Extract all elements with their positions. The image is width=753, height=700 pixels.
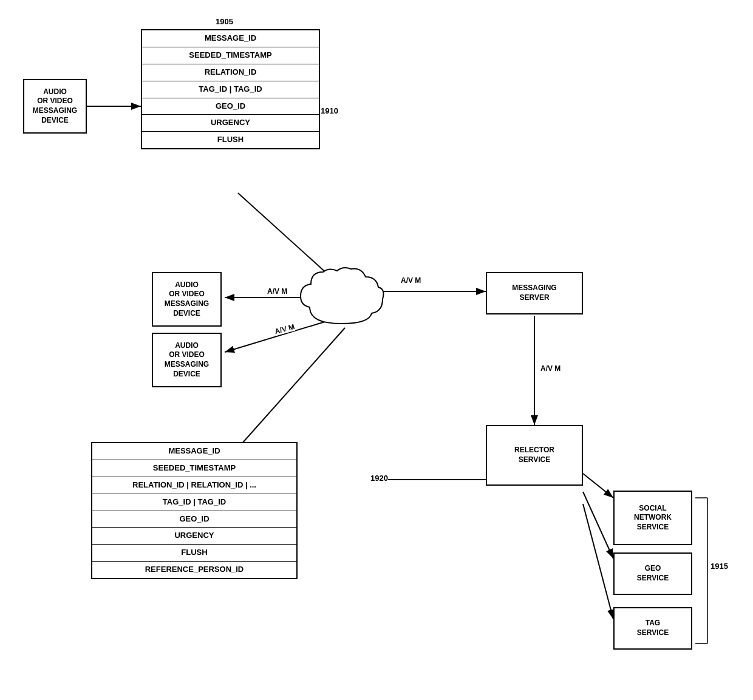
tag-service: TAGSERVICE [613,607,692,650]
avm-label-1: A/V M [267,287,287,296]
arrows-svg [0,0,753,700]
ref-1915-label: 1915 [710,562,728,571]
table-1905: MESSAGE_ID SEEDED_TIMESTAMP RELATION_ID … [141,29,320,149]
table-1920-row-5: GEO_ID [92,511,296,528]
avm-label-4: A/V M [540,364,560,373]
ref-1910-label: 1910 [321,106,338,115]
relector-service: RELECTORSERVICE [486,425,583,486]
svg-line-9 [237,328,345,449]
table-1905-row-7: FLUSH [142,132,319,148]
social-network-service: SOCIALNETWORKSERVICE [613,491,692,545]
audio-device-1: AUDIOOR VIDEOMESSAGINGDEVICE [23,79,87,134]
table-1905-row-5: GEO_ID [142,98,319,115]
table-1920: MESSAGE_ID SEEDED_TIMESTAMP RELATION_ID … [91,442,298,579]
diagram: 1905 1910 1920 1915 AUDIOOR VIDEOMESSAGI… [0,0,753,700]
svg-line-12 [583,504,613,619]
table-1905-row-4: TAG_ID | TAG_ID [142,81,319,98]
table-1905-row-2: SEEDED_TIMESTAMP [142,47,319,64]
svg-line-11 [583,492,613,559]
ref-1920-label: 1920 [370,474,388,483]
geo-service: GEOSERVICE [613,552,692,595]
avm-label-3: A/V M [274,322,296,336]
avm-label-2: A/V M [401,276,421,285]
table-1905-row-3: RELATION_ID [142,64,319,81]
table-1920-row-8: REFERENCE_PERSON_ID [92,562,296,578]
messaging-server: MESSAGINGSERVER [486,272,583,314]
cloud [298,266,386,335]
table-1920-row-2: SEEDED_TIMESTAMP [92,460,296,477]
table-1905-row-6: URGENCY [142,115,319,132]
svg-line-10 [583,474,613,498]
table-1920-row-3: RELATION_ID | RELATION_ID | ... [92,477,296,494]
table-1920-row-6: URGENCY [92,528,296,545]
table-1905-row-1: MESSAGE_ID [142,30,319,47]
audio-device-2: AUDIOOR VIDEOMESSAGINGDEVICE [152,272,222,327]
audio-device-3: AUDIOOR VIDEOMESSAGINGDEVICE [152,333,222,387]
ref-1905-label: 1905 [216,17,233,26]
table-1920-row-7: FLUSH [92,545,296,562]
table-1920-row-1: MESSAGE_ID [92,443,296,460]
table-1920-row-4: TAG_ID | TAG_ID [92,494,296,511]
